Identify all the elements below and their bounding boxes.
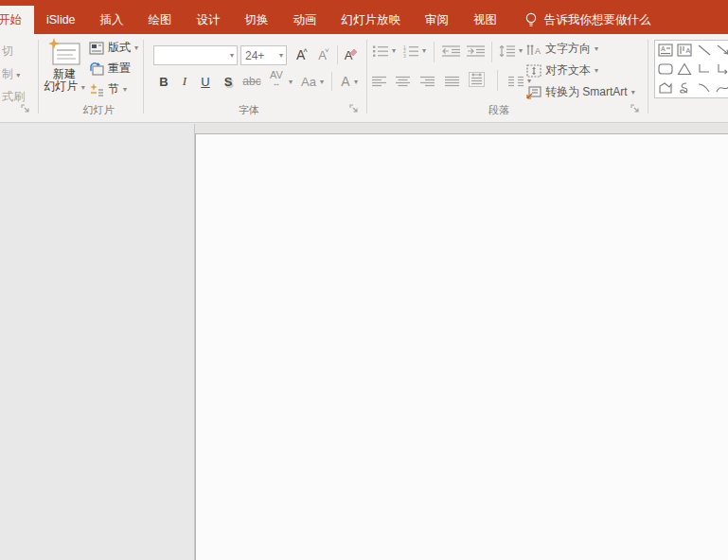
bullets-icon — [372, 44, 389, 58]
shape-line-icon[interactable] — [697, 43, 712, 58]
line-spacing-caret[interactable]: ▾ — [519, 47, 523, 55]
bullets-caret[interactable]: ▾ — [392, 47, 396, 55]
decrease-indent-icon — [441, 44, 461, 58]
font-dialog-launcher[interactable] — [349, 104, 360, 114]
italic-button[interactable]: I — [177, 72, 192, 91]
font-divider — [337, 45, 338, 64]
group-divider — [648, 40, 648, 114]
distribute-text-button[interactable] — [469, 70, 485, 89]
text-direction-label: 文字方向 — [545, 41, 591, 57]
tab-slideshow[interactable]: 幻灯片放映 — [329, 6, 414, 34]
clipboard-dialog-launcher[interactable] — [21, 104, 31, 114]
lightbulb-icon — [524, 12, 538, 27]
shape-arrow-icon[interactable] — [716, 43, 728, 58]
shape-arc-icon[interactable] — [697, 80, 712, 96]
font-size-value: 24+ — [241, 49, 279, 62]
align-right-button[interactable] — [420, 72, 435, 91]
bullets-button[interactable] — [372, 42, 389, 61]
smartart-label: 转换为 SmartArt — [545, 84, 628, 100]
layout-button[interactable]: 版式 ▾ — [89, 40, 138, 56]
slide-thumbnail-pane[interactable] — [0, 124, 194, 560]
slide-editing-area — [195, 124, 728, 560]
tab-insert[interactable]: 插入 — [88, 6, 136, 34]
font-color-caret[interactable]: ▾ — [354, 79, 358, 86]
bold-button[interactable]: B — [155, 72, 172, 91]
slide-canvas[interactable] — [195, 133, 728, 560]
font-name-caret: ▾ — [230, 52, 237, 60]
shape-elbow-arrow-connector-icon[interactable] — [716, 61, 728, 77]
tell-me-label: 告诉我你想要做什么 — [544, 12, 651, 28]
numbering-button[interactable]: 123 — [402, 42, 419, 61]
reset-icon — [89, 62, 104, 76]
grow-font-button[interactable]: A˄ — [293, 45, 311, 64]
convert-smartart-button[interactable]: 转换为 SmartArt ▾ — [526, 84, 635, 100]
strikethrough-button[interactable]: abc — [240, 72, 263, 91]
shape-curve-icon[interactable] — [716, 80, 728, 96]
group-divider — [38, 40, 39, 114]
font-size-caret: ▾ — [279, 52, 286, 60]
tab-home[interactable]: 开始 — [0, 6, 34, 34]
shape-horizontal-text-box-icon[interactable]: A — [658, 43, 673, 58]
format-painter-button[interactable]: 式刷 — [2, 89, 25, 105]
distribute-text-icon — [469, 72, 485, 87]
section-icon — [89, 83, 104, 96]
align-center-icon — [396, 76, 411, 87]
cut-button[interactable]: 切 — [2, 44, 13, 60]
tab-animations[interactable]: 动画 — [281, 6, 329, 34]
numbering-caret[interactable]: ▾ — [422, 47, 426, 55]
shape-scribble-icon[interactable] — [677, 80, 692, 96]
tab-view[interactable]: 视图 — [461, 6, 509, 34]
text-shadow-button[interactable]: S — [220, 72, 237, 91]
font-size-combobox[interactable]: 24+ ▾ — [240, 45, 287, 65]
tab-islide[interactable]: iSlide — [34, 6, 88, 34]
align-text-caret: ▾ — [595, 67, 598, 75]
shape-freeform-icon[interactable] — [658, 80, 673, 96]
line-spacing-icon — [499, 44, 516, 58]
shape-triangle-icon[interactable] — [677, 61, 692, 77]
shape-elbow-connector-icon[interactable] — [697, 61, 712, 77]
svg-text:A: A — [661, 45, 666, 52]
tab-draw[interactable]: 绘图 — [136, 6, 185, 34]
text-direction-button[interactable]: A 文字方向 ▾ — [526, 41, 598, 57]
align-center-button[interactable] — [396, 72, 411, 91]
decrease-indent-button[interactable] — [441, 42, 461, 61]
char-spacing-arrows: ↔ — [273, 79, 281, 88]
line-spacing-button[interactable] — [499, 42, 516, 61]
section-button[interactable]: 节 ▾ — [89, 81, 127, 97]
change-case-caret[interactable]: ▾ — [320, 79, 324, 86]
tab-transitions[interactable]: 切换 — [233, 6, 281, 34]
char-spacing-caret[interactable]: ▾ — [289, 79, 293, 86]
paragraph-divider — [497, 70, 498, 91]
font-group-label: 字体 — [221, 103, 277, 117]
shape-rounded-rectangle-icon[interactable] — [658, 61, 673, 77]
group-divider — [366, 40, 367, 114]
reset-button[interactable]: 重置 — [89, 61, 131, 77]
new-slide-button[interactable]: 新建 幻灯片 ▾ — [40, 38, 89, 93]
columns-button[interactable] — [508, 72, 524, 91]
workspace — [0, 124, 728, 560]
tell-me-box[interactable]: 告诉我你想要做什么 — [524, 6, 651, 34]
tab-design[interactable]: 设计 — [185, 6, 233, 34]
font-name-combobox[interactable]: ▾ — [153, 45, 238, 65]
align-text-button[interactable]: 对齐文本 ▾ — [526, 62, 598, 79]
paragraph-dialog-launcher[interactable] — [630, 104, 641, 114]
change-case-button[interactable]: Aa — [299, 72, 318, 91]
align-left-icon — [372, 76, 387, 87]
copy-button[interactable]: 制 ▾ — [2, 66, 20, 82]
align-text-label: 对齐文本 — [545, 62, 591, 79]
shrink-font-button[interactable]: A˅ — [314, 45, 333, 64]
font-color-button[interactable]: A — [337, 72, 354, 91]
underline-button[interactable]: U — [197, 72, 214, 91]
copy-dropdown-caret: ▾ — [16, 71, 20, 79]
shape-vertical-text-box-icon[interactable]: A — [677, 43, 692, 58]
increase-indent-icon — [466, 44, 486, 58]
character-spacing-button[interactable]: AV ↔ — [266, 70, 287, 89]
increase-indent-button[interactable] — [466, 42, 486, 61]
align-left-button[interactable] — [372, 72, 387, 91]
svg-text:A: A — [535, 46, 541, 56]
columns-icon — [508, 76, 524, 87]
justify-button[interactable] — [445, 72, 460, 91]
tab-review[interactable]: 审阅 — [413, 6, 461, 34]
grow-font-arrow: ˄ — [303, 46, 308, 55]
clear-formatting-button[interactable]: A — [341, 45, 362, 64]
